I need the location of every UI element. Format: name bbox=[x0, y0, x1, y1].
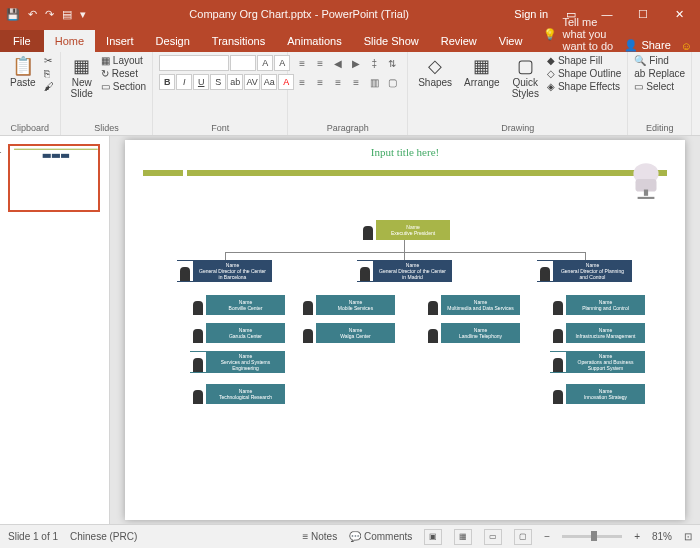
tab-animations[interactable]: Animations bbox=[276, 30, 352, 52]
tab-transitions[interactable]: Transitions bbox=[201, 30, 276, 52]
tab-insert[interactable]: Insert bbox=[95, 30, 145, 52]
shape-outline-button[interactable]: ◇ Shape Outline bbox=[547, 68, 621, 79]
tab-file[interactable]: File bbox=[0, 30, 44, 52]
font-family-select[interactable] bbox=[159, 55, 229, 71]
org-node-employee[interactable]: NameOperations and Business Support Syst… bbox=[550, 351, 645, 373]
shape-effects-button[interactable]: ◈ Shape Effects bbox=[547, 81, 621, 92]
undo-icon[interactable]: ↶ bbox=[28, 8, 37, 21]
arrange-button[interactable]: ▦Arrange bbox=[460, 55, 504, 90]
org-node-employee[interactable]: NameWalga Center bbox=[300, 323, 395, 343]
strike-button[interactable]: S bbox=[210, 74, 226, 90]
start-slideshow-icon[interactable]: ▤ bbox=[62, 8, 72, 21]
avatar-icon bbox=[360, 220, 376, 240]
columns-button[interactable]: ▥ bbox=[366, 74, 382, 90]
justify-button[interactable]: ≡ bbox=[348, 74, 364, 90]
text-direction-button[interactable]: ⇅ bbox=[384, 55, 400, 71]
comments-button[interactable]: 💬 Comments bbox=[349, 531, 412, 542]
font-size-select[interactable] bbox=[230, 55, 256, 71]
org-node-president[interactable]: NameExecutive President bbox=[360, 220, 450, 240]
replace-button[interactable]: ab Replace bbox=[634, 68, 685, 79]
org-node-employee[interactable]: NameInnovation Strategy bbox=[550, 384, 645, 404]
zoom-slider[interactable] bbox=[562, 535, 622, 538]
org-node-employee[interactable]: NameTechnological Research bbox=[190, 384, 285, 404]
bullets-button[interactable]: ≡ bbox=[294, 55, 310, 71]
redo-icon[interactable]: ↷ bbox=[45, 8, 54, 21]
window-title: Company Org Chart.pptx - PowerPoint (Tri… bbox=[92, 8, 506, 20]
italic-button[interactable]: I bbox=[176, 74, 192, 90]
org-node-employee[interactable]: NameGaruda Center bbox=[190, 323, 285, 343]
org-node-employee[interactable]: NamePlanning and Control bbox=[550, 295, 645, 315]
title-accent bbox=[143, 170, 183, 176]
reading-view-button[interactable]: ▭ bbox=[484, 529, 502, 545]
group-clipboard: 📋 Paste ✂ ⎘ 🖌 Clipboard bbox=[0, 52, 61, 135]
tell-me-search[interactable]: 💡 Tell me what you want to do bbox=[533, 16, 624, 52]
shape-fill-button[interactable]: ◆ Shape Fill bbox=[547, 55, 621, 66]
align-right-button[interactable]: ≡ bbox=[330, 74, 346, 90]
cut-button[interactable]: ✂ bbox=[44, 55, 54, 66]
line-spacing-button[interactable]: ‡ bbox=[366, 55, 382, 71]
smiley-icon[interactable]: ☺ bbox=[681, 40, 692, 52]
language-indicator[interactable]: Chinese (PRC) bbox=[70, 531, 137, 542]
qat-dropdown-icon[interactable]: ▾ bbox=[80, 8, 86, 21]
org-node-director[interactable]: NameGeneral Director of Planning and Con… bbox=[537, 260, 632, 282]
slide-title[interactable]: Input title here! bbox=[371, 146, 439, 158]
tab-view[interactable]: View bbox=[488, 30, 534, 52]
find-button[interactable]: 🔍 Find bbox=[634, 55, 685, 66]
smartart-button[interactable]: ▢ bbox=[384, 74, 400, 90]
tab-design[interactable]: Design bbox=[145, 30, 201, 52]
tab-home[interactable]: Home bbox=[44, 30, 95, 52]
group-drawing: ◇Shapes ▦Arrange ▢Quick Styles ◆ Shape F… bbox=[408, 52, 628, 135]
maximize-icon[interactable]: ☐ bbox=[630, 8, 656, 21]
org-node-employee[interactable]: NameServices and Systems Engineering bbox=[190, 351, 285, 373]
notes-button[interactable]: ≡ Notes bbox=[302, 531, 337, 542]
align-center-button[interactable]: ≡ bbox=[312, 74, 328, 90]
align-left-button[interactable]: ≡ bbox=[294, 74, 310, 90]
zoom-out-button[interactable]: − bbox=[544, 531, 550, 542]
tab-review[interactable]: Review bbox=[430, 30, 488, 52]
section-button[interactable]: ▭ Section bbox=[101, 81, 146, 92]
sorter-view-button[interactable]: ▦ bbox=[454, 529, 472, 545]
slideshow-view-button[interactable]: ▢ bbox=[514, 529, 532, 545]
bold-button[interactable]: B bbox=[159, 74, 175, 90]
reset-button[interactable]: ↻ Reset bbox=[101, 68, 146, 79]
shadow-button[interactable]: ab bbox=[227, 74, 243, 90]
spacing-button[interactable]: AV bbox=[244, 74, 260, 90]
org-node-employee[interactable]: NameBonville Center bbox=[190, 295, 285, 315]
org-node-employee[interactable]: NameLandline Telephony bbox=[425, 323, 520, 343]
thumbnail-pane: 1 bbox=[0, 136, 110, 524]
shapes-button[interactable]: ◇Shapes bbox=[414, 55, 456, 90]
org-node-employee[interactable]: NameInfrastructure Management bbox=[550, 323, 645, 343]
org-node-employee[interactable]: NameMultimedia and Data Services bbox=[425, 295, 520, 315]
slide-canvas[interactable]: Input title here! NameExecutive Presiden… bbox=[110, 136, 700, 524]
save-icon[interactable]: 💾 bbox=[6, 8, 20, 21]
copy-button[interactable]: ⎘ bbox=[44, 68, 54, 79]
indent-right-button[interactable]: ▶ bbox=[348, 55, 364, 71]
fit-window-button[interactable]: ⊡ bbox=[684, 531, 692, 542]
avatar-icon bbox=[190, 295, 206, 315]
normal-view-button[interactable]: ▣ bbox=[424, 529, 442, 545]
arrange-icon: ▦ bbox=[473, 57, 490, 75]
tab-slideshow[interactable]: Slide Show bbox=[353, 30, 430, 52]
zoom-in-button[interactable]: + bbox=[634, 531, 640, 542]
select-button[interactable]: ▭ Select bbox=[634, 81, 685, 92]
zoom-level[interactable]: 81% bbox=[652, 531, 672, 542]
org-node-director[interactable]: NameGeneral Director of the Center in Ma… bbox=[357, 260, 452, 282]
new-slide-button[interactable]: ▦ New Slide bbox=[67, 55, 97, 101]
org-node-employee[interactable]: NameMobile Services bbox=[300, 295, 395, 315]
paste-button[interactable]: 📋 Paste bbox=[6, 55, 40, 90]
slide-counter[interactable]: Slide 1 of 1 bbox=[8, 531, 58, 542]
close-icon[interactable]: ✕ bbox=[666, 8, 692, 21]
underline-button[interactable]: U bbox=[193, 74, 209, 90]
quick-styles-button[interactable]: ▢Quick Styles bbox=[508, 55, 543, 101]
increase-font-button[interactable]: A bbox=[257, 55, 273, 71]
indent-left-button[interactable]: ◀ bbox=[330, 55, 346, 71]
case-button[interactable]: Aa bbox=[261, 74, 277, 90]
group-label: Paragraph bbox=[294, 122, 401, 133]
share-button[interactable]: 👤 Share bbox=[624, 39, 670, 52]
org-node-director[interactable]: NameGeneral Director of the Center in Ba… bbox=[177, 260, 272, 282]
format-painter-button[interactable]: 🖌 bbox=[44, 81, 54, 92]
group-label: Font bbox=[159, 122, 281, 133]
layout-button[interactable]: ▦ Layout bbox=[101, 55, 146, 66]
numbering-button[interactable]: ≡ bbox=[312, 55, 328, 71]
slide-thumbnail[interactable] bbox=[8, 144, 100, 212]
